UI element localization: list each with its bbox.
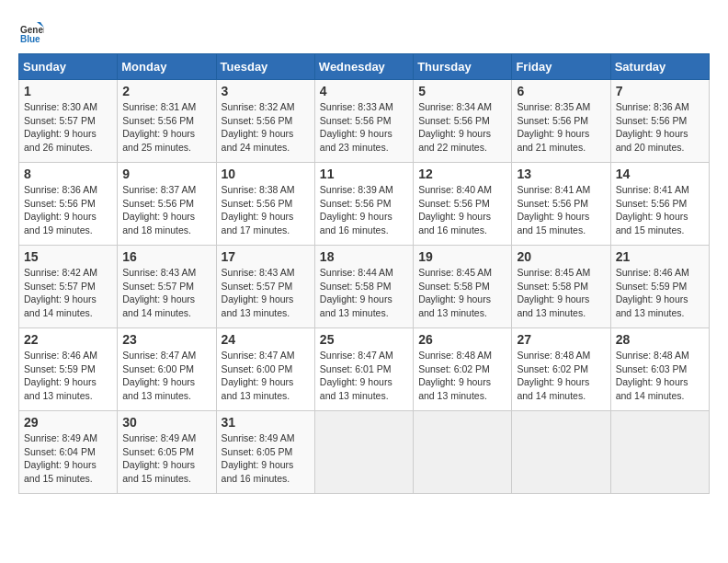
calendar-cell: 27 Sunrise: 8:48 AM Sunset: 6:02 PM Dayl… (512, 328, 610, 411)
calendar-cell: 13 Sunrise: 8:41 AM Sunset: 5:56 PM Dayl… (512, 163, 610, 246)
day-info: Sunrise: 8:38 AM Sunset: 5:56 PM Dayligh… (222, 183, 310, 237)
day-number: 5 (418, 84, 506, 98)
day-number: 27 (517, 332, 605, 347)
logo-icon: General Blue (18, 18, 44, 44)
day-number: 19 (418, 249, 506, 264)
calendar-cell: 14 Sunrise: 8:41 AM Sunset: 5:56 PM Dayl… (610, 163, 709, 246)
day-info: Sunrise: 8:31 AM Sunset: 5:56 PM Dayligh… (122, 100, 210, 155)
calendar-cell (610, 411, 709, 494)
day-number: 10 (222, 167, 310, 181)
day-info: Sunrise: 8:36 AM Sunset: 5:56 PM Dayligh… (24, 183, 112, 237)
day-number: 28 (616, 332, 704, 347)
header: General Blue (18, 18, 710, 44)
day-number: 21 (616, 249, 704, 264)
day-info: Sunrise: 8:45 AM Sunset: 5:58 PM Dayligh… (418, 266, 506, 320)
day-info: Sunrise: 8:46 AM Sunset: 5:59 PM Dayligh… (616, 266, 704, 320)
day-number: 4 (320, 84, 408, 98)
day-info: Sunrise: 8:46 AM Sunset: 5:59 PM Dayligh… (24, 349, 112, 403)
day-number: 18 (320, 249, 408, 264)
calendar-cell: 1 Sunrise: 8:30 AM Sunset: 5:57 PM Dayli… (19, 80, 118, 163)
day-info: Sunrise: 8:43 AM Sunset: 5:57 PM Dayligh… (122, 266, 210, 320)
day-info: Sunrise: 8:44 AM Sunset: 5:58 PM Dayligh… (320, 266, 408, 320)
calendar-table: SundayMondayTuesdayWednesdayThursdayFrid… (18, 53, 710, 494)
calendar-cell: 9 Sunrise: 8:37 AM Sunset: 5:56 PM Dayli… (118, 163, 216, 246)
calendar-cell: 25 Sunrise: 8:47 AM Sunset: 6:01 PM Dayl… (314, 328, 413, 411)
calendar-cell: 26 Sunrise: 8:48 AM Sunset: 6:02 PM Dayl… (414, 328, 512, 411)
calendar-cell: 31 Sunrise: 8:49 AM Sunset: 6:05 PM Dayl… (216, 411, 314, 494)
calendar-cell: 24 Sunrise: 8:47 AM Sunset: 6:00 PM Dayl… (216, 328, 314, 411)
day-number: 6 (517, 84, 605, 98)
day-info: Sunrise: 8:48 AM Sunset: 6:02 PM Dayligh… (517, 349, 605, 403)
calendar-cell: 28 Sunrise: 8:48 AM Sunset: 6:03 PM Dayl… (610, 328, 709, 411)
day-info: Sunrise: 8:34 AM Sunset: 5:56 PM Dayligh… (418, 100, 506, 155)
day-number: 2 (122, 84, 210, 98)
day-info: Sunrise: 8:47 AM Sunset: 6:00 PM Dayligh… (222, 349, 310, 403)
day-number: 3 (222, 84, 310, 98)
calendar-cell: 8 Sunrise: 8:36 AM Sunset: 5:56 PM Dayli… (19, 163, 118, 246)
calendar-cell: 5 Sunrise: 8:34 AM Sunset: 5:56 PM Dayli… (414, 80, 512, 163)
calendar-cell: 22 Sunrise: 8:46 AM Sunset: 5:59 PM Dayl… (19, 328, 118, 411)
day-info: Sunrise: 8:32 AM Sunset: 5:56 PM Dayligh… (222, 100, 310, 155)
day-info: Sunrise: 8:33 AM Sunset: 5:56 PM Dayligh… (320, 100, 408, 155)
day-number: 13 (517, 167, 605, 181)
day-info: Sunrise: 8:40 AM Sunset: 5:56 PM Dayligh… (418, 183, 506, 237)
calendar-cell: 16 Sunrise: 8:43 AM Sunset: 5:57 PM Dayl… (118, 246, 216, 328)
calendar-cell: 11 Sunrise: 8:39 AM Sunset: 5:56 PM Dayl… (314, 163, 413, 246)
weekday-header-monday: Monday (118, 54, 216, 80)
day-number: 29 (24, 415, 112, 430)
logo: General Blue (18, 18, 48, 44)
calendar-cell (512, 411, 610, 494)
day-info: Sunrise: 8:36 AM Sunset: 5:56 PM Dayligh… (616, 100, 704, 155)
calendar-cell: 17 Sunrise: 8:43 AM Sunset: 5:57 PM Dayl… (216, 246, 314, 328)
weekday-header-thursday: Thursday (414, 54, 512, 80)
weekday-header-sunday: Sunday (19, 54, 118, 80)
day-info: Sunrise: 8:47 AM Sunset: 6:01 PM Dayligh… (320, 349, 408, 403)
calendar-cell: 23 Sunrise: 8:47 AM Sunset: 6:00 PM Dayl… (118, 328, 216, 411)
day-number: 22 (24, 332, 112, 347)
day-info: Sunrise: 8:48 AM Sunset: 6:03 PM Dayligh… (616, 349, 704, 403)
day-number: 25 (320, 332, 408, 347)
day-info: Sunrise: 8:48 AM Sunset: 6:02 PM Dayligh… (418, 349, 506, 403)
day-info: Sunrise: 8:47 AM Sunset: 6:00 PM Dayligh… (122, 349, 210, 403)
calendar-cell: 3 Sunrise: 8:32 AM Sunset: 5:56 PM Dayli… (216, 80, 314, 163)
day-info: Sunrise: 8:45 AM Sunset: 5:58 PM Dayligh… (517, 266, 605, 320)
day-info: Sunrise: 8:35 AM Sunset: 5:56 PM Dayligh… (517, 100, 605, 155)
calendar-cell: 4 Sunrise: 8:33 AM Sunset: 5:56 PM Dayli… (314, 80, 413, 163)
day-info: Sunrise: 8:37 AM Sunset: 5:56 PM Dayligh… (122, 183, 210, 237)
day-number: 1 (24, 84, 112, 98)
weekday-header-friday: Friday (512, 54, 610, 80)
calendar-cell (314, 411, 413, 494)
day-number: 16 (122, 249, 210, 264)
day-number: 30 (122, 415, 210, 430)
day-info: Sunrise: 8:41 AM Sunset: 5:56 PM Dayligh… (517, 183, 605, 237)
day-number: 12 (418, 167, 506, 181)
calendar-cell: 6 Sunrise: 8:35 AM Sunset: 5:56 PM Dayli… (512, 80, 610, 163)
calendar-cell: 12 Sunrise: 8:40 AM Sunset: 5:56 PM Dayl… (414, 163, 512, 246)
day-number: 24 (222, 332, 310, 347)
calendar-cell (414, 411, 512, 494)
weekday-header-tuesday: Tuesday (216, 54, 314, 80)
day-number: 11 (320, 167, 408, 181)
weekday-header-wednesday: Wednesday (314, 54, 413, 80)
calendar-cell: 18 Sunrise: 8:44 AM Sunset: 5:58 PM Dayl… (314, 246, 413, 328)
day-number: 8 (24, 167, 112, 181)
calendar-cell: 15 Sunrise: 8:42 AM Sunset: 5:57 PM Dayl… (19, 246, 118, 328)
calendar-cell: 2 Sunrise: 8:31 AM Sunset: 5:56 PM Dayli… (118, 80, 216, 163)
day-number: 23 (122, 332, 210, 347)
day-info: Sunrise: 8:41 AM Sunset: 5:56 PM Dayligh… (616, 183, 704, 237)
day-info: Sunrise: 8:49 AM Sunset: 6:04 PM Dayligh… (24, 431, 112, 486)
calendar-cell: 19 Sunrise: 8:45 AM Sunset: 5:58 PM Dayl… (414, 246, 512, 328)
calendar-cell: 21 Sunrise: 8:46 AM Sunset: 5:59 PM Dayl… (610, 246, 709, 328)
weekday-header-saturday: Saturday (610, 54, 709, 80)
day-info: Sunrise: 8:49 AM Sunset: 6:05 PM Dayligh… (122, 431, 210, 486)
day-number: 15 (24, 249, 112, 264)
day-number: 9 (122, 167, 210, 181)
day-info: Sunrise: 8:30 AM Sunset: 5:57 PM Dayligh… (24, 100, 112, 155)
day-info: Sunrise: 8:43 AM Sunset: 5:57 PM Dayligh… (222, 266, 310, 320)
calendar-cell: 7 Sunrise: 8:36 AM Sunset: 5:56 PM Dayli… (610, 80, 709, 163)
day-number: 20 (517, 249, 605, 264)
day-number: 17 (222, 249, 310, 264)
day-info: Sunrise: 8:49 AM Sunset: 6:05 PM Dayligh… (222, 431, 310, 486)
calendar-cell: 20 Sunrise: 8:45 AM Sunset: 5:58 PM Dayl… (512, 246, 610, 328)
day-info: Sunrise: 8:42 AM Sunset: 5:57 PM Dayligh… (24, 266, 112, 320)
